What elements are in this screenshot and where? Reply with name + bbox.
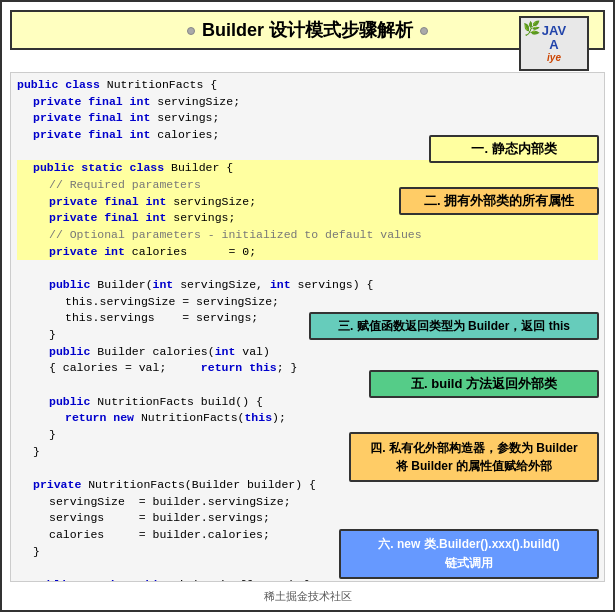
leaf-icon: 🌿 — [523, 20, 540, 36]
code-line-12: public Builder(int servingSize, int serv… — [17, 277, 598, 294]
code-line-10: private int calories = 0; — [17, 244, 598, 261]
code-line-2: private final int servings; — [17, 110, 598, 127]
code-line-1: private final int servingSize; — [17, 94, 598, 111]
annotation-six: 六. new 类.Builder().xxx().build() 链式调用 — [339, 529, 599, 579]
annotation-three: 三. 赋值函数返回类型为 Builder，返回 this — [309, 312, 599, 340]
footer: 稀土掘金技术社区 — [2, 589, 613, 604]
main-container: Builder 设计模式步骤解析 🌿 JAVA iye public class… — [0, 0, 615, 612]
code-line-11 — [17, 260, 598, 277]
annotation-five: 五. build 方法返回外部类 — [369, 370, 599, 398]
java-logo-text: JAVA — [542, 24, 566, 53]
code-line-25: servingSize = builder.servingSize; — [17, 494, 598, 511]
dot-right — [420, 27, 428, 35]
code-line-9: // Optional parameters - initialized to … — [17, 227, 598, 244]
code-line-13: this.servingSize = servingSize; — [17, 294, 598, 311]
java-logo: 🌿 JAVA iye — [519, 16, 589, 71]
java-logo-sub: iye — [547, 52, 561, 63]
code-line-16: public Builder calories(int val) — [17, 344, 598, 361]
dot-left — [187, 27, 195, 35]
annotation-one: 一. 静态内部类 — [429, 135, 599, 163]
code-line-20: return new NutritionFacts(this); — [17, 410, 598, 427]
title-bar: Builder 设计模式步骤解析 🌿 JAVA iye — [10, 10, 605, 50]
annotation-two: 二. 拥有外部类的所有属性 — [399, 187, 599, 215]
code-line-26: servings = builder.servings; — [17, 510, 598, 527]
code-line-0: public class NutritionFacts { — [17, 77, 598, 94]
title-text: Builder 设计模式步骤解析 — [202, 20, 413, 40]
annotation-four: 四. 私有化外部构造器，参数为 Builder 将 Builder 的属性值赋给… — [349, 432, 599, 482]
